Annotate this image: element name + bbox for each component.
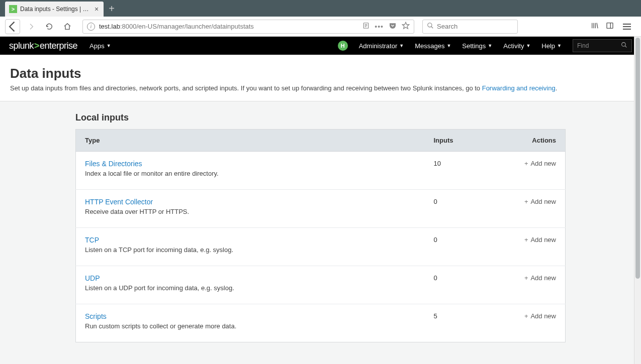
input-type-link[interactable]: Scripts bbox=[85, 312, 107, 320]
col-header-inputs: Inputs bbox=[425, 130, 483, 152]
nav-bar: i test.lab:8000/en-US/manager/launcher/d… bbox=[0, 17, 641, 37]
viewport: > Data inputs - Settings | Splun × + i t… bbox=[0, 0, 641, 364]
chrome-right-icons bbox=[591, 22, 636, 32]
plus-icon: + bbox=[524, 236, 528, 244]
svg-rect-11 bbox=[607, 23, 613, 28]
svg-line-14 bbox=[625, 46, 626, 47]
input-type-desc: Listen on a TCP port for incoming data, … bbox=[85, 246, 416, 254]
input-type-desc: Receive data over HTTP or HTTPS. bbox=[85, 208, 416, 215]
col-header-type: Type bbox=[76, 130, 425, 152]
input-type-link[interactable]: HTTP Event Collector bbox=[85, 198, 153, 206]
info-icon[interactable]: i bbox=[87, 23, 95, 31]
browser-chrome: > Data inputs - Settings | Splun × + i t… bbox=[0, 0, 641, 37]
tab-bar: > Data inputs - Settings | Splun × + bbox=[0, 0, 641, 17]
inputs-count: 0 bbox=[425, 228, 483, 266]
type-cell: HTTP Event CollectorReceive data over HT… bbox=[76, 190, 425, 228]
local-inputs-heading: Local inputs bbox=[75, 112, 566, 123]
table-row: TCPListen on a TCP port for incoming dat… bbox=[76, 228, 566, 266]
favicon-icon: > bbox=[9, 5, 17, 13]
settings-menu[interactable]: Settings▼ bbox=[462, 42, 492, 50]
svg-point-13 bbox=[622, 43, 626, 47]
reload-button[interactable] bbox=[42, 20, 56, 34]
svg-line-10 bbox=[597, 23, 598, 28]
new-tab-button[interactable]: + bbox=[104, 1, 120, 17]
app-area: splunk>enterprise Apps▼ H Administrator▼… bbox=[0, 37, 641, 364]
input-type-link[interactable]: TCP bbox=[85, 236, 99, 244]
plus-icon: + bbox=[524, 160, 528, 167]
actions-cell: + Add new bbox=[483, 152, 566, 190]
input-type-link[interactable]: Files & Directories bbox=[85, 160, 142, 168]
home-button[interactable] bbox=[60, 20, 74, 34]
add-new-button[interactable]: + Add new bbox=[524, 160, 556, 167]
chevron-icon: > bbox=[34, 41, 40, 51]
table-row: UDPListen on a UDP port for incoming dat… bbox=[76, 266, 566, 304]
input-type-link[interactable]: UDP bbox=[85, 274, 100, 282]
plus-icon: + bbox=[524, 198, 528, 205]
caret-down-icon: ▼ bbox=[557, 43, 562, 48]
caret-down-icon: ▼ bbox=[107, 43, 111, 48]
library-icon[interactable] bbox=[591, 22, 599, 32]
input-type-desc: Index a local file or monitor an entire … bbox=[85, 170, 416, 177]
bookmark-star-icon[interactable] bbox=[402, 22, 410, 31]
page-header: Data inputs Set up data inputs from file… bbox=[0, 55, 641, 101]
caret-down-icon: ▼ bbox=[446, 43, 451, 48]
administrator-menu[interactable]: Administrator▼ bbox=[359, 42, 404, 50]
add-new-button[interactable]: + Add new bbox=[524, 198, 556, 205]
splunk-logo[interactable]: splunk>enterprise bbox=[9, 41, 77, 51]
browser-search-box[interactable] bbox=[422, 20, 518, 34]
reader-mode-icon[interactable] bbox=[362, 22, 370, 31]
find-input[interactable] bbox=[577, 42, 617, 49]
forward-button bbox=[24, 20, 38, 34]
svg-line-6 bbox=[431, 27, 433, 29]
inputs-count: 0 bbox=[425, 266, 483, 304]
svg-point-5 bbox=[428, 23, 432, 27]
type-cell: Files & DirectoriesIndex a local file or… bbox=[76, 152, 425, 190]
page-subtitle: Set up data inputs from files and direct… bbox=[10, 84, 631, 92]
back-button[interactable] bbox=[5, 19, 20, 34]
menu-icon[interactable] bbox=[621, 22, 633, 32]
type-cell: TCPListen on a TCP port for incoming dat… bbox=[76, 228, 425, 266]
caret-down-icon: ▼ bbox=[399, 43, 404, 48]
messages-menu[interactable]: Messages▼ bbox=[415, 42, 451, 50]
scrollbar[interactable] bbox=[634, 37, 641, 364]
plus-icon: + bbox=[524, 274, 528, 282]
svg-marker-4 bbox=[402, 22, 409, 29]
forwarding-receiving-link[interactable]: Forwarding and receiving bbox=[482, 84, 556, 92]
caret-down-icon: ▼ bbox=[488, 43, 492, 48]
add-new-button[interactable]: + Add new bbox=[524, 312, 556, 320]
scrollbar-thumb[interactable] bbox=[635, 38, 640, 279]
url-bar[interactable]: i test.lab:8000/en-US/manager/launcher/d… bbox=[82, 20, 414, 34]
caret-down-icon: ▼ bbox=[526, 43, 530, 48]
url-actions: ••• bbox=[362, 22, 410, 31]
find-box[interactable] bbox=[573, 39, 632, 52]
avatar[interactable]: H bbox=[338, 41, 348, 51]
inputs-count: 10 bbox=[425, 152, 483, 190]
input-type-desc: Listen on a UDP port for incoming data, … bbox=[85, 284, 416, 292]
type-cell: UDPListen on a UDP port for incoming dat… bbox=[76, 266, 425, 304]
activity-menu[interactable]: Activity▼ bbox=[503, 42, 530, 50]
page-title: Data inputs bbox=[10, 66, 631, 81]
table-row: HTTP Event CollectorReceive data over HT… bbox=[76, 190, 566, 228]
col-header-actions: Actions bbox=[483, 130, 566, 152]
splunk-nav-bar: splunk>enterprise Apps▼ H Administrator▼… bbox=[0, 37, 641, 55]
help-menu[interactable]: Help▼ bbox=[541, 42, 562, 50]
input-type-desc: Run custom scripts to collect or generat… bbox=[85, 322, 416, 330]
inputs-count: 0 bbox=[425, 190, 483, 228]
pocket-icon[interactable] bbox=[389, 22, 397, 31]
search-icon[interactable] bbox=[621, 42, 627, 50]
table-row: Files & DirectoriesIndex a local file or… bbox=[76, 152, 566, 190]
add-new-button[interactable]: + Add new bbox=[524, 236, 556, 244]
tab-title: Data inputs - Settings | Splun bbox=[20, 6, 90, 13]
tab-close-icon[interactable]: × bbox=[94, 5, 100, 13]
sidebar-icon[interactable] bbox=[606, 22, 614, 32]
add-new-button[interactable]: + Add new bbox=[524, 274, 556, 282]
browser-search-input[interactable] bbox=[437, 23, 513, 30]
more-icon[interactable]: ••• bbox=[375, 23, 384, 31]
url-text: test.lab:8000/en-US/manager/launcher/dat… bbox=[99, 23, 254, 30]
actions-cell: + Add new bbox=[483, 304, 566, 342]
table-row: ScriptsRun custom scripts to collect or … bbox=[76, 304, 566, 342]
apps-menu[interactable]: Apps▼ bbox=[89, 42, 111, 50]
inputs-count: 5 bbox=[425, 304, 483, 342]
browser-tab[interactable]: > Data inputs - Settings | Splun × bbox=[5, 2, 104, 17]
content-area: Local inputs Type Inputs Actions Files &… bbox=[0, 101, 641, 364]
